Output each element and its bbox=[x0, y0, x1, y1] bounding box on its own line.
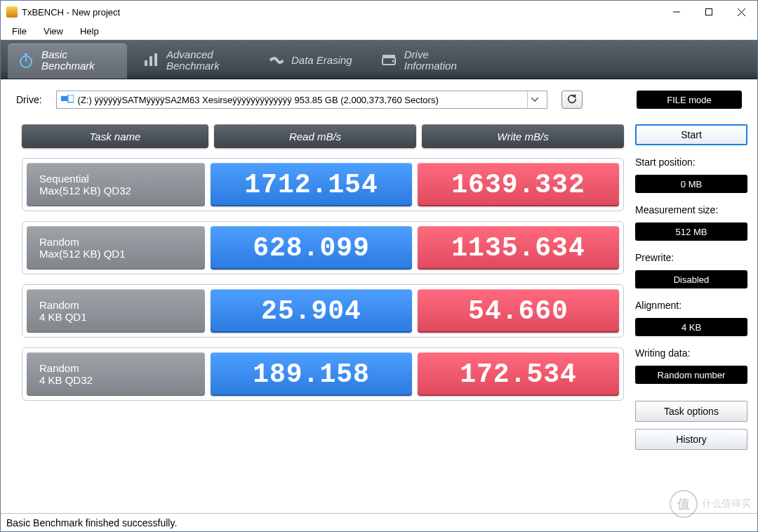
file-mode-button[interactable]: FILE mode bbox=[637, 91, 742, 109]
svg-point-11 bbox=[392, 60, 394, 62]
measurement-size-text: 512 MB bbox=[676, 227, 707, 237]
task-name-line1: Random bbox=[39, 236, 205, 248]
drive-device-icon bbox=[61, 95, 74, 105]
writing-data-value[interactable]: Random number bbox=[635, 366, 747, 384]
task-name-cell[interactable]: Random Max(512 KB) QD1 bbox=[27, 226, 205, 270]
history-button[interactable]: History bbox=[635, 429, 747, 450]
read-value: 25.904 bbox=[211, 289, 412, 333]
stopwatch-icon bbox=[18, 52, 34, 69]
refresh-button[interactable] bbox=[561, 91, 583, 109]
tab-advanced-benchmark[interactable]: Advanced Benchmark bbox=[133, 44, 252, 79]
task-name-line1: Random bbox=[39, 362, 205, 374]
menubar: File View Help bbox=[1, 23, 757, 40]
tab-data-erasing[interactable]: Data Erasing bbox=[258, 44, 365, 79]
measurement-size-value[interactable]: 512 MB bbox=[635, 222, 747, 241]
task-name-line2: 4 KB QD32 bbox=[39, 374, 205, 386]
task-name-line1: Sequential bbox=[39, 173, 205, 185]
alignment-value[interactable]: 4 KB bbox=[635, 318, 747, 336]
svg-rect-7 bbox=[145, 60, 147, 66]
write-value: 172.534 bbox=[418, 352, 619, 396]
read-value: 189.158 bbox=[211, 352, 412, 396]
drive-select-text: (Z:) ÿÿÿÿÿÿSATMÿÿÿÿSA2M63 Xesirseÿÿÿÿÿÿÿ… bbox=[78, 95, 439, 105]
header-write: Write mB/s bbox=[422, 124, 624, 148]
svg-rect-14 bbox=[67, 95, 73, 102]
write-value: 54.660 bbox=[418, 289, 619, 333]
drive-label: Drive: bbox=[16, 94, 42, 105]
tab-label: Basic Benchmark bbox=[41, 49, 95, 72]
prewrite-text: Disabled bbox=[674, 274, 710, 285]
table-row: Random 4 KB QD1 25.904 54.660 bbox=[22, 284, 624, 338]
tab-basic-benchmark[interactable]: Basic Benchmark bbox=[8, 44, 127, 79]
writing-data-label: Writing data: bbox=[635, 347, 747, 359]
tabstrip: Basic Benchmark Advanced Benchmark Data … bbox=[1, 40, 757, 79]
read-value: 628.099 bbox=[211, 226, 412, 270]
start-button[interactable]: Start bbox=[635, 124, 747, 145]
minimize-button[interactable] bbox=[660, 1, 693, 23]
task-options-button[interactable]: Task options bbox=[635, 401, 747, 422]
task-options-label: Task options bbox=[664, 406, 719, 417]
task-name-line2: Max(512 KB) QD32 bbox=[39, 185, 205, 197]
writing-data-text: Random number bbox=[658, 370, 726, 380]
svg-rect-13 bbox=[61, 96, 67, 101]
tab-drive-information[interactable]: Drive Information bbox=[371, 44, 490, 79]
start-position-value[interactable]: 0 MB bbox=[635, 175, 747, 193]
svg-rect-8 bbox=[149, 56, 152, 66]
task-name-cell[interactable]: Random 4 KB QD32 bbox=[27, 352, 205, 396]
benchmark-table: Task name Read mB/s Write mB/s Sequentia… bbox=[22, 124, 624, 513]
chevron-down-icon bbox=[527, 91, 543, 108]
tab-label: Data Erasing bbox=[291, 55, 352, 67]
erase-icon bbox=[267, 52, 284, 69]
write-value: 1135.634 bbox=[418, 226, 619, 270]
alignment-label: Alignment: bbox=[635, 300, 747, 311]
task-name-cell[interactable]: Random 4 KB QD1 bbox=[27, 289, 205, 333]
task-name-line2: 4 KB QD1 bbox=[39, 311, 205, 323]
svg-rect-5 bbox=[25, 53, 27, 55]
app-window: TxBENCH - New project File View Help Bas… bbox=[0, 0, 758, 532]
status-bar: Basic Benchmark finished successfully. bbox=[1, 513, 757, 531]
drive-select[interactable]: (Z:) ÿÿÿÿÿÿSATMÿÿÿÿSA2M63 Xesirseÿÿÿÿÿÿÿ… bbox=[56, 91, 547, 109]
task-name-cell[interactable]: Sequential Max(512 KB) QD32 bbox=[27, 163, 205, 206]
file-mode-label: FILE mode bbox=[667, 95, 712, 105]
tab-label: Drive Information bbox=[404, 49, 457, 72]
side-panel: Start Start position: 0 MB Measurement s… bbox=[635, 124, 747, 513]
titlebar: TxBENCH - New project bbox=[1, 1, 757, 23]
main-area: Task name Read mB/s Write mB/s Sequentia… bbox=[1, 114, 757, 513]
close-button[interactable] bbox=[725, 1, 757, 23]
drive-row: Drive: (Z:) ÿÿÿÿÿÿSATMÿÿÿÿSA2M63 Xesirse… bbox=[1, 79, 757, 114]
menu-help[interactable]: Help bbox=[73, 25, 106, 38]
menu-file[interactable]: File bbox=[5, 25, 34, 38]
menu-view[interactable]: View bbox=[36, 25, 70, 38]
start-position-text: 0 MB bbox=[681, 179, 702, 189]
prewrite-value[interactable]: Disabled bbox=[635, 270, 747, 288]
maximize-button[interactable] bbox=[693, 1, 725, 23]
status-text: Basic Benchmark finished successfully. bbox=[6, 517, 177, 528]
window-title: TxBENCH - New project bbox=[22, 7, 120, 18]
table-row: Random Max(512 KB) QD1 628.099 1135.634 bbox=[22, 221, 624, 274]
app-icon bbox=[6, 6, 18, 18]
tab-label: Advanced Benchmark bbox=[166, 49, 220, 72]
header-task: Task name bbox=[22, 124, 208, 148]
history-label: History bbox=[676, 434, 707, 445]
prewrite-label: Prewrite: bbox=[635, 252, 747, 263]
write-value: 1639.332 bbox=[418, 163, 619, 206]
bar-chart-icon bbox=[142, 52, 159, 69]
task-name-line1: Random bbox=[39, 299, 205, 311]
svg-rect-9 bbox=[154, 53, 157, 66]
table-row: Sequential Max(512 KB) QD32 1712.154 163… bbox=[22, 158, 624, 211]
start-position-label: Start position: bbox=[635, 157, 747, 168]
table-row: Random 4 KB QD32 189.158 172.534 bbox=[22, 347, 624, 401]
drive-icon bbox=[380, 52, 397, 69]
measurement-size-label: Measurement size: bbox=[635, 204, 747, 215]
refresh-icon bbox=[566, 93, 578, 107]
read-value: 1712.154 bbox=[211, 163, 412, 206]
header-read: Read mB/s bbox=[214, 124, 416, 148]
start-label: Start bbox=[681, 129, 702, 140]
svg-rect-12 bbox=[383, 55, 395, 58]
table-header-row: Task name Read mB/s Write mB/s bbox=[22, 124, 624, 148]
svg-rect-1 bbox=[706, 9, 712, 15]
alignment-text: 4 KB bbox=[681, 322, 701, 333]
task-name-line2: Max(512 KB) QD1 bbox=[39, 248, 205, 260]
